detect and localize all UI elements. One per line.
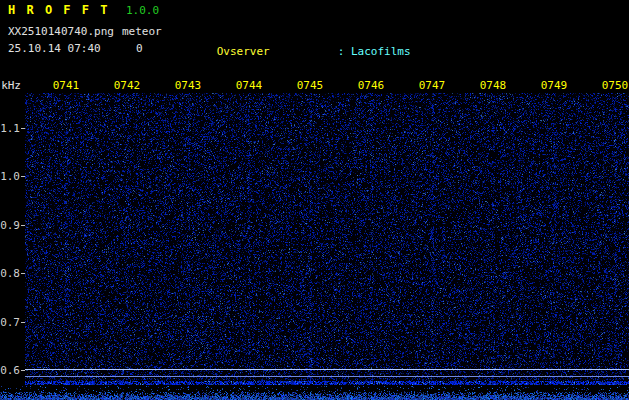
info-label: Ovserver (217, 45, 338, 59)
time-tick-label: 0743 (175, 79, 202, 92)
freq-tick-label: 1.0 (0, 170, 20, 183)
time-tick-label: 0750 (602, 79, 629, 92)
freq-tick-label: 0.9 (0, 219, 20, 232)
time-tick-label: 0747 (419, 79, 446, 92)
freq-tick-label: 1.1 (0, 122, 20, 135)
time-tick-label: 0741 (53, 79, 80, 92)
time-tick-label: 0742 (114, 79, 141, 92)
info-value: : Lacofilms (338, 45, 411, 58)
echo-count: 0 (136, 42, 143, 55)
output-filename: XX2510140740.png (8, 25, 114, 38)
freq-tick-label: 0.7 (0, 316, 20, 329)
time-tick-label: 0748 (480, 79, 507, 92)
datetime-label: 25.10.14 07:40 (8, 42, 101, 55)
time-tick-label: 0745 (297, 79, 324, 92)
frequency-axis-unit: kHz (0, 79, 21, 92)
signal-level-strip-canvas (0, 386, 629, 400)
time-axis: 0741 0742 0743 0744 0745 0746 0747 0748 … (0, 79, 629, 92)
app-title: H R O F F T (8, 3, 109, 17)
mode-label: meteor (122, 25, 162, 38)
time-tick-label: 0746 (358, 79, 385, 92)
freq-tick-label: 0.8 (0, 267, 20, 280)
time-tick-label: 0744 (236, 79, 263, 92)
spectrogram-canvas (25, 93, 629, 385)
info-row-observer: Ovserver: Lacofilms (177, 31, 503, 73)
time-tick-label: 0749 (541, 79, 568, 92)
hrofft-screen: H R O F F T 1.0.0 XX2510140740.png meteo… (0, 0, 629, 400)
app-version: 1.0.0 (126, 4, 159, 17)
freq-tick-label: 0.6 (0, 364, 20, 377)
